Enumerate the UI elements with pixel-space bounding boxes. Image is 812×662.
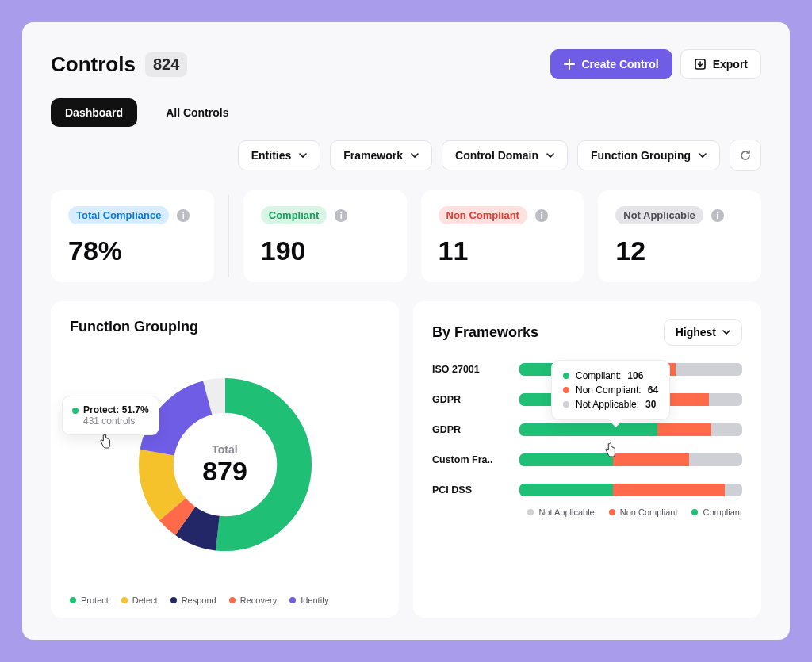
legend-nc: Non Compliant [609, 507, 678, 517]
header-actions: Create Control Export [550, 49, 761, 79]
bar-label: ISO 27001 [432, 364, 508, 375]
filter-function-grouping[interactable]: Function Grouping [577, 140, 720, 170]
controls-count-badge: 824 [145, 52, 187, 77]
donut-total-value: 879 [202, 456, 247, 487]
page-header: Controls 824 Create Control Export [51, 49, 761, 79]
bar[interactable] [519, 453, 742, 466]
chevron-down-icon [546, 151, 554, 159]
filter-entities-label: Entities [251, 149, 292, 162]
divider [228, 195, 229, 277]
card-non-compliant: Non Compliant i 11 [421, 190, 584, 282]
chevron-down-icon [411, 151, 419, 159]
plus-icon [564, 59, 575, 70]
tabs: Dashboard All Controls [51, 98, 761, 127]
refresh-button[interactable] [730, 140, 761, 171]
donut-tooltip: Protect: 51.7% 431 controls [62, 396, 159, 435]
cursor-hand-icon [98, 434, 113, 450]
filter-framework-label: Framework [343, 149, 403, 162]
donut-tooltip-sub: 431 controls [83, 415, 149, 427]
label-non-compliant: Non Compliant [439, 206, 527, 224]
stats-row: Total Compliance i 78% Compliant i 190 N… [51, 190, 761, 282]
frameworks-bars: ISO 27001 GDPR GDPR Custom Fra.. PCI DSS [432, 363, 742, 496]
refresh-icon [739, 149, 752, 162]
panel-function-title: Function Grouping [70, 319, 380, 335]
bar[interactable] [519, 423, 742, 436]
bar-row: GDPR [432, 423, 742, 436]
export-label: Export [713, 58, 748, 71]
bar-label: GDPR [432, 394, 508, 405]
cursor-hand-icon [603, 442, 618, 458]
panel-frameworks-title: By Frameworks [432, 324, 538, 341]
panels-row: Function Grouping Total 879 [51, 301, 761, 618]
header-left: Controls 824 [51, 52, 187, 77]
info-icon[interactable]: i [177, 209, 190, 222]
app-frame: Controls 824 Create Control Export Dashb… [22, 22, 790, 640]
legend-identify: Identify [289, 595, 328, 605]
value-non-compliant: 11 [439, 235, 567, 266]
donut-center: Total 879 [134, 373, 316, 556]
panel-frameworks: By Frameworks Highest ISO 27001 GDPR GDP… [413, 301, 761, 618]
label-total-compliance: Total Compliance [68, 206, 169, 224]
tab-all-controls[interactable]: All Controls [151, 98, 243, 127]
legend-respond: Respond [170, 595, 216, 605]
sort-dropdown[interactable]: Highest [664, 319, 742, 346]
sort-label: Highest [676, 326, 716, 339]
legend-recovery: Recovery [229, 595, 277, 605]
filter-control-domain-label: Control Domain [455, 149, 538, 162]
card-compliant: Compliant i 190 [243, 190, 407, 282]
bar-row: Custom Fra.. [432, 453, 742, 466]
legend-detect: Detect [121, 595, 158, 605]
bar-label: GDPR [432, 424, 508, 435]
value-total-compliance: 78% [68, 235, 197, 266]
export-button[interactable]: Export [680, 49, 761, 79]
donut-legend: Protect Detect Respond Recovery Identify [70, 595, 380, 605]
legend-protect: Protect [70, 595, 109, 605]
filter-function-grouping-label: Function Grouping [591, 149, 691, 162]
donut-chart-area: Total 879 Protect: 51.7% 431 controls [70, 340, 380, 589]
donut-chart[interactable]: Total 879 [134, 373, 316, 556]
donut-total-label: Total [212, 443, 237, 456]
panel-function-grouping: Function Grouping Total 879 [51, 301, 399, 618]
filter-entities[interactable]: Entities [238, 140, 321, 170]
bars-legend: Not Applicable Non Compliant Compliant [432, 507, 742, 517]
bar[interactable] [519, 484, 742, 496]
info-icon[interactable]: i [335, 209, 347, 222]
bar-tooltip: Compliant: 106 Non Compliant: 64 Not App… [551, 360, 670, 420]
legend-na: Not Applicable [527, 507, 594, 517]
label-compliant: Compliant [261, 206, 327, 224]
chevron-down-icon [299, 151, 307, 159]
value-not-applicable: 12 [615, 235, 744, 266]
page-title: Controls [51, 52, 136, 77]
bar-label: PCI DSS [432, 484, 508, 496]
export-icon [694, 58, 707, 71]
chevron-down-icon [699, 151, 707, 159]
label-not-applicable: Not Applicable [615, 206, 703, 224]
create-control-label: Create Control [581, 58, 658, 71]
filter-control-domain[interactable]: Control Domain [442, 140, 568, 170]
filter-framework[interactable]: Framework [330, 140, 432, 170]
info-icon[interactable]: i [535, 209, 548, 222]
create-control-button[interactable]: Create Control [550, 49, 672, 79]
filters-bar: Entities Framework Control Domain Functi… [51, 140, 761, 171]
card-total-compliance: Total Compliance i 78% [51, 190, 214, 282]
tab-dashboard[interactable]: Dashboard [51, 98, 137, 127]
chevron-down-icon [722, 328, 730, 336]
card-not-applicable: Not Applicable i 12 [598, 190, 761, 282]
legend-c: Compliant [691, 507, 742, 517]
value-compliant: 190 [261, 235, 389, 266]
info-icon[interactable]: i [711, 209, 724, 222]
bar-label: Custom Fra.. [432, 454, 508, 465]
bar-row: PCI DSS [432, 484, 742, 496]
